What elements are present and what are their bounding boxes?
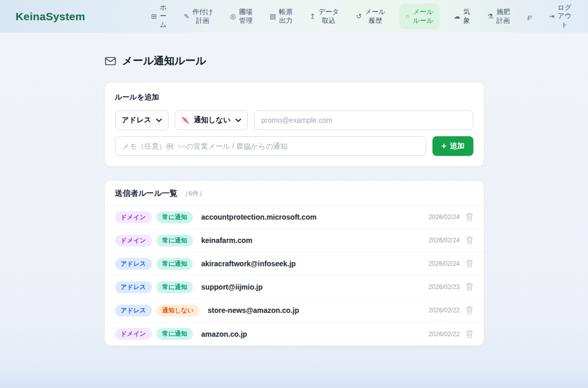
nav-item-logout[interactable]: ⇥ ログ アウ ト — [545, 1, 575, 32]
nav-item-field-management[interactable]: ◎ 圃場 管理 — [227, 5, 256, 27]
pencil-icon: ✎ — [184, 13, 189, 20]
bell-slash-icon — [181, 117, 189, 124]
nav-item-weather[interactable]: ☁ 気 象 — [451, 5, 473, 27]
nav-item-label: メール ルール — [413, 8, 433, 25]
rule-date: 2026/02/22 — [428, 307, 459, 314]
nav-item-label: ホ ー ム — [160, 4, 166, 29]
chevron-down-icon — [235, 119, 241, 122]
memo-input[interactable] — [115, 136, 427, 156]
key-icon: ℘ — [527, 13, 531, 20]
target-input[interactable] — [254, 110, 473, 130]
rule-value: accountprotection.microsoft.com — [201, 213, 316, 221]
plus-icon: + — [441, 142, 446, 150]
trash-icon — [466, 236, 473, 245]
rule-action-value: 通知しない — [194, 116, 231, 125]
brand-logo[interactable]: KeinaSystem — [16, 10, 85, 23]
nav-item-label: データ 取込 — [318, 8, 339, 25]
delete-rule-button[interactable] — [466, 283, 473, 291]
rule-value: store-news@amazon.co.jp — [207, 306, 299, 314]
delete-rule-button[interactable] — [466, 260, 473, 268]
rule-action-select[interactable]: 通知しない — [175, 110, 248, 130]
nav-item-planting-plan[interactable]: ✎ 作付け 計画 — [180, 5, 216, 27]
rule-value: amazon.co.jp — [201, 330, 247, 338]
delete-rule-button[interactable] — [466, 213, 473, 221]
nav-item-label: 施肥 計画 — [496, 8, 510, 25]
nav-item-mail-history[interactable]: ↺ メール 履歴 — [353, 5, 389, 27]
top-navbar: KeinaSystem ⊞ ホ ー ム ✎ 作付け 計画 ◎ 圃場 管理 ▤ 帳… — [0, 0, 588, 33]
rule-type-select[interactable]: アドレス — [115, 110, 169, 130]
add-rule-heading: ルールを追加 — [115, 93, 473, 102]
rule-date: 2026/02/24 — [428, 260, 459, 267]
type-badge: アドレス — [115, 281, 152, 293]
rule-value: keinafarm.com — [201, 236, 253, 245]
sender-rules-card: 送信者ルール一覧 （6件） ドメイン 常に通知 accountprotectio… — [104, 180, 484, 346]
nav-item-label: 気 象 — [464, 8, 470, 25]
action-badge: 常に通知 — [157, 258, 193, 270]
rule-date: 2026/02/22 — [428, 330, 459, 338]
action-badge: 常に通知 — [157, 281, 193, 293]
type-badge: アドレス — [115, 258, 152, 270]
trash-icon — [466, 213, 473, 221]
nav-item-mail-rules[interactable]: ○ メール ルール — [399, 4, 439, 29]
page-title-row: メール通知ルール — [104, 33, 484, 68]
table-row: ドメイン 常に通知 accountprotection.microsoft.co… — [105, 206, 484, 229]
rule-date: 2026/02/24 — [428, 213, 459, 221]
upload-icon: ↥ — [310, 13, 315, 20]
trash-icon — [466, 283, 473, 291]
nav-item-report-output[interactable]: ▤ 帳票 出力 — [267, 5, 296, 27]
trash-icon — [466, 260, 473, 268]
nav-item-fertilization-plan[interactable]: ⚗ 施肥 計画 — [484, 5, 513, 27]
action-badge: 常に通知 — [157, 211, 193, 223]
add-button-label: 追加 — [450, 141, 465, 151]
circle-icon: ○ — [405, 13, 410, 20]
add-rule-button[interactable]: + 追加 — [432, 136, 473, 156]
add-rule-card: ルールを追加 アドレス — [104, 82, 484, 167]
type-badge: ドメイン — [115, 211, 152, 223]
trash-icon — [466, 306, 473, 314]
type-badge: ドメイン — [115, 235, 152, 247]
map-pin-icon: ◎ — [230, 13, 236, 20]
nav-item-home[interactable]: ⊞ ホ ー ム — [148, 1, 170, 32]
sender-rules-header: 送信者ルール一覧 （6件） — [105, 181, 484, 206]
main-content: メール通知ルール ルールを追加 アドレス — [0, 33, 588, 388]
cloud-icon: ☁ — [454, 13, 460, 20]
nav-item-api-key[interactable]: ℘ — [524, 10, 535, 22]
table-row: アドレス 常に通知 akiracraftwork@infoseek.jp 202… — [105, 252, 484, 276]
sender-rules-heading: 送信者ルール一覧 — [115, 189, 178, 198]
document-icon: ▤ — [270, 13, 276, 20]
envelope-icon — [104, 55, 117, 67]
rule-value: akiracraftwork@infoseek.jp — [201, 260, 296, 268]
table-row: ドメイン 常に通知 amazon.co.jp 2026/02/22 — [105, 322, 484, 346]
page-title: メール通知ルール — [122, 54, 206, 68]
chevron-down-icon — [156, 119, 162, 122]
logout-icon: ⇥ — [549, 13, 554, 20]
flask-icon: ⚗ — [487, 13, 494, 20]
delete-rule-button[interactable] — [466, 236, 473, 245]
table-row: アドレス 通知しない store-news@amazon.co.jp 2026/… — [105, 299, 484, 322]
type-badge: アドレス — [115, 305, 152, 317]
delete-rule-button[interactable] — [466, 306, 473, 314]
history-icon: ↺ — [356, 13, 362, 20]
nav-item-data-import[interactable]: ↥ データ 取込 — [306, 5, 342, 27]
nav-item-label: 作付け 計画 — [192, 8, 213, 25]
dashboard-icon: ⊞ — [151, 13, 157, 20]
type-badge: ドメイン — [115, 328, 152, 340]
table-row: アドレス 常に通知 support@iijmio.jp 2026/02/23 — [105, 276, 484, 299]
main-nav: ⊞ ホ ー ム ✎ 作付け 計画 ◎ 圃場 管理 ▤ 帳票 出力 ↥ データ 取… — [148, 1, 575, 32]
action-badge: 通知しない — [157, 305, 200, 317]
action-badge: 常に通知 — [157, 235, 193, 247]
rule-date: 2026/02/23 — [428, 283, 459, 291]
rule-date: 2026/02/24 — [428, 237, 459, 244]
rule-type-value: アドレス — [122, 116, 151, 125]
nav-item-label: ログ アウ ト — [557, 4, 571, 29]
action-badge: 常に通知 — [157, 328, 193, 340]
rule-value: support@iijmio.jp — [201, 283, 263, 291]
delete-rule-button[interactable] — [466, 330, 473, 338]
trash-icon — [466, 330, 473, 338]
nav-item-label: 帳票 出力 — [279, 8, 292, 25]
sender-rules-count: （6件） — [181, 189, 205, 198]
nav-item-label: 圃場 管理 — [239, 8, 253, 25]
table-row: ドメイン 常に通知 keinafarm.com 2026/02/24 — [105, 229, 484, 252]
nav-item-label: メール 履歴 — [365, 8, 386, 25]
